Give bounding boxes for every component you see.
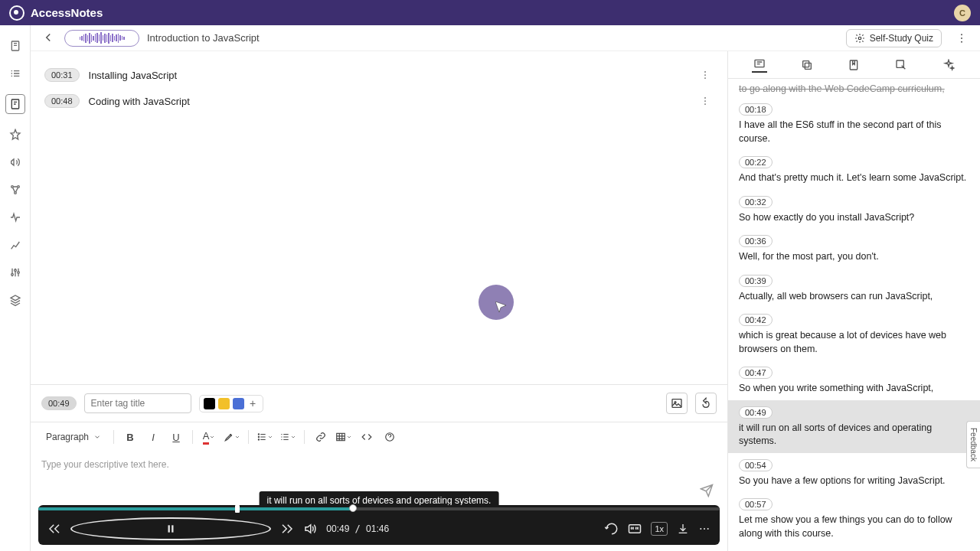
rail-network-icon[interactable] bbox=[8, 183, 22, 197]
forward-10-button[interactable] bbox=[280, 522, 294, 536]
transcript-time-chip[interactable]: 00:18 bbox=[739, 103, 773, 116]
note-time-chip[interactable]: 00:31 bbox=[44, 68, 80, 82]
add-color-button[interactable]: + bbox=[247, 398, 259, 409]
bullet-list-button[interactable] bbox=[255, 427, 275, 447]
highlight-button[interactable] bbox=[222, 427, 242, 447]
lecture-title: Introduction to JavaScript bbox=[147, 32, 260, 44]
rail-chart-icon[interactable] bbox=[8, 238, 22, 252]
help-button[interactable] bbox=[380, 427, 400, 447]
svg-rect-26 bbox=[172, 525, 173, 532]
brand-name: AccessNotes bbox=[31, 6, 103, 19]
rail-list-icon[interactable] bbox=[8, 67, 22, 80]
brand[interactable]: AccessNotes bbox=[9, 5, 103, 21]
link-button[interactable] bbox=[311, 427, 331, 447]
player-more-button[interactable] bbox=[698, 523, 710, 535]
svg-point-29 bbox=[704, 528, 705, 530]
transcript-segment[interactable]: 00:22And that's pretty much it. Let's le… bbox=[728, 150, 980, 190]
transcript-segment[interactable]: 00:32So how exactly do you install JavaS… bbox=[728, 190, 980, 230]
rewind-10-button[interactable] bbox=[47, 522, 61, 536]
image-button[interactable] bbox=[666, 393, 688, 414]
transcript-text: Let me show you a few things you can do … bbox=[739, 514, 969, 540]
bookmarks-tab[interactable] bbox=[846, 57, 861, 73]
svg-point-15 bbox=[704, 97, 706, 99]
back-button[interactable] bbox=[41, 31, 57, 46]
text-color-button[interactable]: A bbox=[199, 427, 219, 447]
transcript-time-chip[interactable]: 00:57 bbox=[739, 498, 773, 510]
feedback-tab[interactable]: Feedback bbox=[966, 421, 980, 468]
rewind-button[interactable] bbox=[695, 393, 717, 414]
transcript-time-chip[interactable]: 00:39 bbox=[739, 275, 773, 287]
svg-point-2 bbox=[11, 186, 13, 188]
rail-star-icon[interactable] bbox=[8, 128, 22, 142]
slides-tab[interactable] bbox=[799, 57, 815, 73]
color-swatch-black[interactable] bbox=[204, 398, 215, 409]
rail-pulse-icon[interactable] bbox=[8, 210, 22, 224]
waveform-pill[interactable] bbox=[64, 30, 139, 47]
bold-button[interactable]: B bbox=[120, 427, 140, 447]
note-more-button[interactable] bbox=[697, 67, 714, 83]
svg-point-7 bbox=[17, 272, 19, 274]
transcript-text: And that's pretty much it. Let's learn s… bbox=[739, 171, 969, 185]
rail-sliders-icon[interactable] bbox=[8, 266, 22, 279]
transcript-time-chip[interactable]: 00:36 bbox=[739, 235, 773, 247]
color-swatch-blue[interactable] bbox=[233, 398, 244, 409]
rail-doc-icon[interactable] bbox=[8, 39, 22, 53]
underline-button[interactable]: U bbox=[166, 427, 186, 447]
transcript-time-chip[interactable]: 00:22 bbox=[739, 156, 773, 168]
editor-time-chip[interactable]: 00:49 bbox=[41, 396, 77, 410]
transcript-time-chip[interactable]: 00:47 bbox=[739, 367, 773, 379]
transcript-tab[interactable] bbox=[752, 57, 767, 73]
captions-button[interactable] bbox=[628, 522, 642, 536]
color-swatches: + bbox=[199, 395, 263, 412]
transcript-segment[interactable]: 00:54So you have a few options for writi… bbox=[728, 453, 980, 493]
transcript-text: I have all the ES6 stuff in the second p… bbox=[739, 119, 969, 145]
transcript-text: So you have a few options for writing Ja… bbox=[739, 474, 969, 488]
svg-point-9 bbox=[961, 34, 962, 35]
progress-marker[interactable] bbox=[235, 505, 240, 513]
rail-layers-icon[interactable] bbox=[8, 293, 22, 307]
color-swatch-yellow[interactable] bbox=[218, 398, 230, 409]
rail-notes-icon[interactable] bbox=[5, 94, 25, 114]
transcript-segment[interactable]: 00:49it will run on all sorts of devices… bbox=[728, 400, 980, 453]
table-button[interactable] bbox=[334, 427, 354, 447]
format-select[interactable]: Paragraph bbox=[40, 429, 107, 445]
transcript-segment[interactable]: 00:42which is great because a lot of dev… bbox=[728, 308, 980, 360]
transcript-segment[interactable]: 00:57Let me show you a few things you ca… bbox=[728, 492, 980, 545]
code-button[interactable] bbox=[357, 427, 377, 447]
transcript-segment[interactable]: 00:39Actually, all web browsers can run … bbox=[728, 269, 980, 308]
playhead[interactable] bbox=[349, 504, 357, 512]
transcript-segment[interactable]: 00:36Well, for the most part, you don't. bbox=[728, 229, 980, 269]
note-more-button[interactable] bbox=[697, 93, 714, 109]
italic-button[interactable]: I bbox=[143, 427, 163, 447]
loop-button[interactable] bbox=[605, 522, 619, 536]
send-button[interactable] bbox=[700, 484, 714, 497]
transcript-segment[interactable]: 00:18I have all the ES6 stuff in the sec… bbox=[728, 97, 980, 150]
svg-point-10 bbox=[961, 37, 962, 39]
volume-button[interactable] bbox=[303, 522, 317, 536]
sparkle-tab[interactable] bbox=[941, 57, 956, 73]
svg-point-11 bbox=[961, 41, 962, 42]
svg-rect-33 bbox=[805, 63, 811, 69]
note-row[interactable]: 00:31 Installing JavaScript bbox=[31, 62, 727, 88]
note-row[interactable]: 00:48 Coding with JavaScript bbox=[31, 88, 727, 114]
rail-audio-icon[interactable] bbox=[8, 155, 22, 169]
transcript-time-chip[interactable]: 00:49 bbox=[739, 406, 773, 419]
textarea-placeholder: Type your descriptive text here. bbox=[41, 459, 169, 470]
tag-title-input[interactable] bbox=[84, 393, 191, 413]
transcript-time-chip[interactable]: 00:32 bbox=[739, 196, 773, 208]
self-study-quiz-button[interactable]: Self-Study Quiz bbox=[846, 29, 942, 47]
progress-track[interactable] bbox=[38, 505, 720, 513]
numbered-list-button[interactable] bbox=[278, 427, 298, 447]
svg-rect-25 bbox=[168, 525, 170, 532]
header-more-button[interactable] bbox=[956, 32, 969, 44]
search-tab[interactable] bbox=[893, 57, 909, 73]
play-pause-button[interactable] bbox=[70, 517, 271, 540]
speed-button[interactable]: 1x bbox=[651, 522, 668, 536]
avatar[interactable]: C bbox=[954, 5, 971, 21]
transcript-time-chip[interactable]: 00:54 bbox=[739, 459, 773, 471]
transcript-segment[interactable]: 00:47So when you write something with Ja… bbox=[728, 360, 980, 400]
download-button[interactable] bbox=[677, 523, 689, 535]
transcript-text: Actually, all web browsers can run JavaS… bbox=[739, 290, 969, 304]
note-time-chip[interactable]: 00:48 bbox=[44, 94, 80, 108]
transcript-time-chip[interactable]: 00:42 bbox=[739, 314, 773, 326]
